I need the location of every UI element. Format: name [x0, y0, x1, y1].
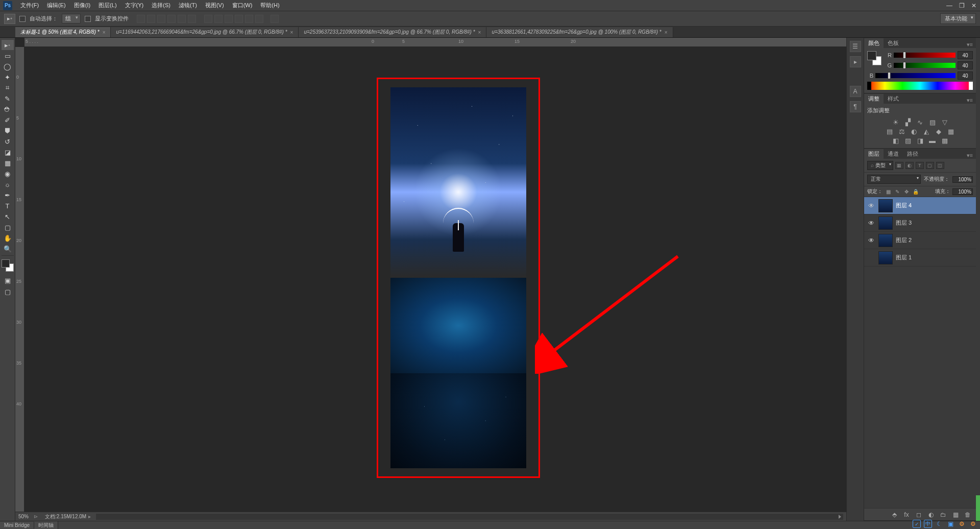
filter-type-icon[interactable]: T	[916, 162, 924, 169]
posterize-icon[interactable]: ▨	[903, 136, 913, 145]
foreground-swatch[interactable]	[2, 259, 10, 268]
layer-item[interactable]: 图层 1	[864, 249, 976, 267]
panel-fg-swatch[interactable]	[867, 51, 876, 60]
menu-type[interactable]: 文字(Y)	[121, 2, 148, 9]
visibility-toggle[interactable]: 👁	[867, 237, 875, 244]
tab-channels[interactable]: 通道	[884, 149, 903, 159]
r-input[interactable]	[958, 51, 973, 59]
eraser-tool[interactable]: ◪	[2, 147, 14, 157]
crop-tool[interactable]: ⌗	[2, 83, 14, 93]
levels-icon[interactable]: ▞	[903, 117, 913, 127]
menu-edit[interactable]: 编辑(E)	[43, 2, 70, 9]
channel-mixer-icon[interactable]: ◆	[934, 127, 943, 136]
keyboard-icon[interactable]: ▣	[946, 520, 954, 528]
b-input[interactable]	[958, 71, 973, 80]
lock-all-icon[interactable]: 🔒	[912, 188, 919, 195]
blend-mode-dropdown[interactable]: 正常	[867, 175, 921, 184]
layer-item[interactable]: 👁 图层 3	[864, 214, 976, 232]
layer-name[interactable]: 图层 1	[896, 254, 912, 261]
hand-tool[interactable]: ✋	[2, 233, 14, 243]
layer-item[interactable]: 👁 图层 4	[864, 197, 976, 214]
menu-select[interactable]: 选择(S)	[148, 2, 175, 9]
align-bottom-icon[interactable]	[157, 15, 165, 23]
tab-close-icon[interactable]: ×	[103, 30, 106, 35]
healing-brush-tool[interactable]: ⛑	[2, 104, 14, 114]
threshold-icon[interactable]: ◨	[916, 136, 925, 145]
align-vcenter-icon[interactable]	[147, 15, 155, 23]
layer-item[interactable]: 👁 图层 2	[864, 232, 976, 249]
menu-layer[interactable]: 图层(L)	[94, 2, 120, 9]
settings-icon[interactable]: ⚙	[958, 520, 966, 528]
tab-close-icon[interactable]: ×	[665, 30, 668, 35]
lasso-tool[interactable]: ◯	[2, 61, 14, 71]
lock-position-icon[interactable]: ✥	[903, 188, 910, 195]
brush-tool[interactable]: ✐	[2, 115, 14, 125]
filter-adjust-icon[interactable]: ◐	[905, 162, 914, 169]
tab-adjustments[interactable]: 调整	[864, 94, 884, 104]
tab-close-icon[interactable]: ×	[290, 30, 293, 35]
tab-paths[interactable]: 路径	[903, 149, 922, 159]
link-layers-icon[interactable]: ⬘	[890, 511, 898, 519]
color-swatches[interactable]	[2, 259, 14, 272]
fill-input[interactable]: 100%	[952, 188, 973, 195]
exposure-icon[interactable]: ▨	[928, 117, 937, 127]
align-right-icon[interactable]	[188, 15, 196, 23]
quickmask-icon[interactable]: ▣	[2, 275, 14, 285]
layer-mask-icon[interactable]: ◻	[915, 511, 923, 519]
magic-wand-tool[interactable]: ✦	[2, 72, 14, 82]
distribute-top-icon[interactable]	[204, 15, 212, 23]
group-icon[interactable]: 🗀	[939, 511, 947, 519]
opacity-input[interactable]: 100%	[952, 176, 973, 183]
filter-smart-icon[interactable]: ◫	[936, 162, 944, 169]
tab-layers[interactable]: 图层	[864, 149, 884, 159]
moon-icon[interactable]: ☾	[935, 520, 943, 528]
horizontal-scrollbar[interactable]	[96, 514, 843, 520]
invert-icon[interactable]: ◧	[891, 136, 900, 145]
screenmode-icon[interactable]: ▢	[2, 286, 14, 297]
distribute-vcenter-icon[interactable]	[214, 15, 223, 23]
distribute-right-icon[interactable]	[255, 15, 263, 23]
marquee-tool[interactable]: ▭	[2, 51, 14, 61]
tab-mini-bridge[interactable]: Mini Bridge	[0, 522, 34, 528]
filter-shape-icon[interactable]: ▢	[926, 162, 934, 169]
layer-thumbnail[interactable]	[878, 251, 893, 264]
color-lookup-icon[interactable]: ▦	[946, 127, 955, 136]
path-selection-tool[interactable]: ↖	[2, 211, 14, 222]
lock-pixels-icon[interactable]: ✎	[894, 188, 901, 195]
workspace-selector[interactable]: 基本功能	[940, 13, 976, 24]
adjustment-layer-icon[interactable]: ◐	[927, 511, 935, 519]
layer-thumbnail[interactable]	[878, 199, 893, 212]
document-tab[interactable]: u=3638812661,4278309225&fm=26&gp=0.jpg @…	[486, 27, 673, 37]
dodge-tool[interactable]: ☼	[2, 179, 14, 189]
document-tab[interactable]: 未标题-1 @ 50% (图层 4, RGB/8) * ×	[15, 27, 111, 37]
photo-filter-icon[interactable]: ◭	[922, 127, 931, 136]
menu-window[interactable]: 窗口(W)	[228, 2, 257, 9]
type-tool[interactable]: T	[2, 201, 14, 211]
menu-file[interactable]: 文件(F)	[16, 2, 43, 9]
tab-timeline[interactable]: 时间轴	[34, 521, 58, 530]
layer-name[interactable]: 图层 3	[896, 219, 912, 227]
panel-menu-icon[interactable]: ▾≡	[964, 97, 976, 104]
tab-color[interactable]: 颜色	[864, 38, 884, 48]
history-brush-tool[interactable]: ↺	[2, 136, 14, 147]
color-balance-icon[interactable]: ⚖	[897, 127, 906, 136]
layer-name[interactable]: 图层 2	[896, 236, 912, 244]
layer-thumbnail[interactable]	[878, 217, 893, 230]
current-tool-indicator[interactable]: ▸+	[4, 14, 15, 24]
eyedropper-tool[interactable]: ✎	[2, 93, 14, 104]
g-slider[interactable]	[894, 63, 955, 68]
panel-menu-icon[interactable]: ▾≡	[964, 152, 976, 159]
menu-help[interactable]: 帮助(H)	[256, 2, 283, 9]
paragraph-panel-icon[interactable]: ¶	[850, 101, 861, 112]
actions-panel-icon[interactable]: ▸	[850, 56, 861, 67]
lock-transparency-icon[interactable]: ▦	[885, 188, 892, 195]
document-tab[interactable]: u=1169442063,2176669046&fm=26&gp=0.jpg @…	[111, 27, 299, 37]
tab-styles[interactable]: 样式	[884, 94, 903, 104]
brightness-icon[interactable]: ☀	[891, 117, 900, 127]
menu-filter[interactable]: 滤镜(T)	[175, 2, 201, 9]
blur-tool[interactable]: ◉	[2, 169, 14, 179]
shape-tool[interactable]: ▢	[2, 222, 14, 232]
zoom-tool[interactable]: 🔍	[2, 244, 14, 254]
zoom-value[interactable]: 50%	[18, 514, 29, 519]
vibrance-icon[interactable]: ▽	[940, 117, 949, 127]
